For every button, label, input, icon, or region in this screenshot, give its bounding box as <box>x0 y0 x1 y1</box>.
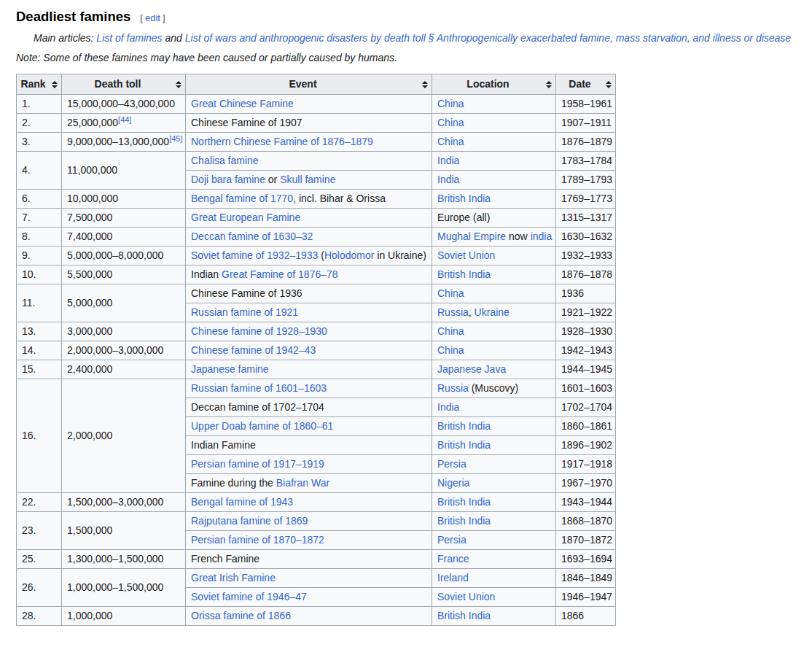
rank-cell: 15. <box>17 360 62 379</box>
death-toll-cell: 15,000,000–43,000,000 <box>62 95 186 114</box>
event-link[interactable]: Russian famine of 1601–1603 <box>191 382 327 394</box>
event-link[interactable]: Persian famine of 1917–1919 <box>191 458 324 470</box>
location-cell: Persia <box>432 455 556 474</box>
column-header-location[interactable]: Location <box>432 74 556 95</box>
table-row: 16.2,000,000Russian famine of 1601–1603R… <box>17 379 616 398</box>
location-link[interactable]: British India <box>437 420 491 432</box>
death-toll-text: 1,500,000 <box>67 524 112 536</box>
location-link[interactable]: British India <box>437 496 491 508</box>
date-cell: 1944–1945 <box>556 360 616 379</box>
event-link[interactable]: Rajputana famine of 1869 <box>191 515 308 527</box>
location-link[interactable]: British India <box>437 610 491 621</box>
column-header-rank[interactable]: Rank <box>17 74 62 95</box>
location-link[interactable]: Soviet Union <box>437 249 495 261</box>
date-cell: 1958–1961 <box>556 95 616 114</box>
sort-arrows-icon <box>52 81 58 88</box>
event-link[interactable]: Persian famine of 1870–1872 <box>191 534 324 546</box>
death-toll-text: 7,500,000 <box>67 212 112 223</box>
event-cell: Deccan famine of 1630–32 <box>186 228 432 247</box>
location-cell: China <box>432 322 556 341</box>
event-link[interactable]: Great Chinese Famine <box>191 98 294 109</box>
death-toll-cell: 1,500,000 <box>62 512 186 550</box>
event-link[interactable]: Russian famine of 1921 <box>191 306 298 318</box>
date-cell: 1946–1947 <box>556 588 616 607</box>
location-text: , <box>469 306 475 318</box>
rank-cell: 11. <box>17 284 62 322</box>
location-link[interactable]: British India <box>437 268 491 280</box>
event-link[interactable]: Chinese famine of 1928–1930 <box>191 325 327 337</box>
location-link[interactable]: Soviet Union <box>437 591 495 602</box>
event-link[interactable]: Doji bara famine <box>191 174 265 185</box>
location-link[interactable]: British India <box>437 193 491 204</box>
location-link[interactable]: China <box>437 344 464 356</box>
event-text: Chinese Famine of 1936 <box>191 287 302 299</box>
location-link[interactable]: China <box>437 136 464 147</box>
main-articles-link[interactable]: List of wars and anthropogenic disasters… <box>185 32 791 44</box>
location-link[interactable]: India <box>437 401 459 413</box>
location-link[interactable]: Ireland <box>437 572 469 583</box>
event-link[interactable]: Orissa famine of 1866 <box>191 610 291 621</box>
death-toll-text: 1,500,000–3,000,000 <box>67 496 163 508</box>
event-link[interactable]: Great Famine of 1876–78 <box>222 268 338 280</box>
event-link[interactable]: Soviet famine of 1946–47 <box>191 591 307 602</box>
location-link[interactable]: British India <box>437 515 491 527</box>
event-link[interactable]: Great Irish Famine <box>191 572 276 583</box>
rank-cell: 1. <box>17 95 62 114</box>
column-header-date[interactable]: Date <box>556 74 616 95</box>
event-cell: Famine during the Biafran War <box>186 474 432 493</box>
location-link[interactable]: France <box>437 553 469 565</box>
event-link[interactable]: Northern Chinese Famine of 1876–1879 <box>191 136 373 147</box>
location-link[interactable]: China <box>437 98 464 109</box>
edit-link[interactable]: edit <box>145 12 160 23</box>
location-link[interactable]: China <box>437 117 464 128</box>
event-link[interactable]: Great European Famine <box>191 212 300 223</box>
location-link[interactable]: Russia <box>437 382 469 394</box>
event-link[interactable]: Biafran War <box>276 477 329 489</box>
footnote-ref-link[interactable]: [44] <box>118 115 131 124</box>
event-link[interactable]: Holodomor <box>324 249 374 261</box>
rank-cell: 3. <box>17 133 62 152</box>
rank-cell: 25. <box>17 550 62 569</box>
event-link[interactable]: Bengal famine of 1943 <box>191 496 293 508</box>
table-row: 6.10,000,000Bengal famine of 1770, incl.… <box>17 190 616 209</box>
event-link[interactable]: Deccan famine of 1630–32 <box>191 230 313 242</box>
column-header-label: Death toll <box>95 78 141 90</box>
rank-cell: 16. <box>17 379 62 493</box>
location-text: (Muscovy) <box>469 382 518 394</box>
location-link[interactable]: India <box>437 155 459 166</box>
location-link[interactable]: China <box>437 325 464 337</box>
location-link[interactable]: india <box>531 230 553 242</box>
event-link[interactable]: Skull famine <box>280 174 335 185</box>
table-row: 2.25,000,000[44]Chinese Famine of 1907Ch… <box>17 114 616 133</box>
location-link[interactable]: India <box>437 174 459 185</box>
column-header-event[interactable]: Event <box>186 74 432 95</box>
rank-cell: 9. <box>17 247 62 265</box>
location-link[interactable]: Persia <box>437 458 466 470</box>
event-link[interactable]: Upper Doab famine of 1860–61 <box>191 420 333 432</box>
location-link[interactable]: Persia <box>437 534 466 546</box>
main-articles-link[interactable]: List of famines <box>96 32 162 44</box>
event-cell: Doji bara famine or Skull famine <box>186 171 432 190</box>
location-link[interactable]: Nigeria <box>437 477 469 489</box>
event-cell: Upper Doab famine of 1860–61 <box>186 417 432 436</box>
event-cell: Persian famine of 1870–1872 <box>186 531 432 550</box>
location-cell: China <box>432 95 556 114</box>
location-link[interactable]: Mughal Empire <box>437 230 506 242</box>
location-link[interactable]: Ukraine <box>475 306 510 318</box>
death-toll-cell: 5,000,000 <box>62 284 186 322</box>
location-link[interactable]: British India <box>437 439 491 451</box>
event-link[interactable]: Soviet famine of 1932–1933 <box>191 249 318 261</box>
event-link[interactable]: Chinese famine of 1942–43 <box>191 344 316 356</box>
location-link[interactable]: China <box>437 287 464 299</box>
footnote-ref-link[interactable]: [45] <box>169 134 182 143</box>
event-link[interactable]: Japanese famine <box>191 363 269 375</box>
location-link[interactable]: Russia <box>437 306 469 318</box>
event-link[interactable]: Bengal famine of 1770 <box>191 193 293 204</box>
event-cell: Great Chinese Famine <box>186 95 432 114</box>
death-toll-cell: 2,000,000–3,000,000 <box>62 341 186 360</box>
death-toll-cell: 1,000,000–1,500,000 <box>62 569 186 607</box>
death-toll-text: 2,000,000 <box>67 430 112 441</box>
event-link[interactable]: Chalisa famine <box>191 155 259 166</box>
location-link[interactable]: Japanese Java <box>437 363 506 375</box>
column-header-death-toll[interactable]: Death toll <box>62 74 186 95</box>
